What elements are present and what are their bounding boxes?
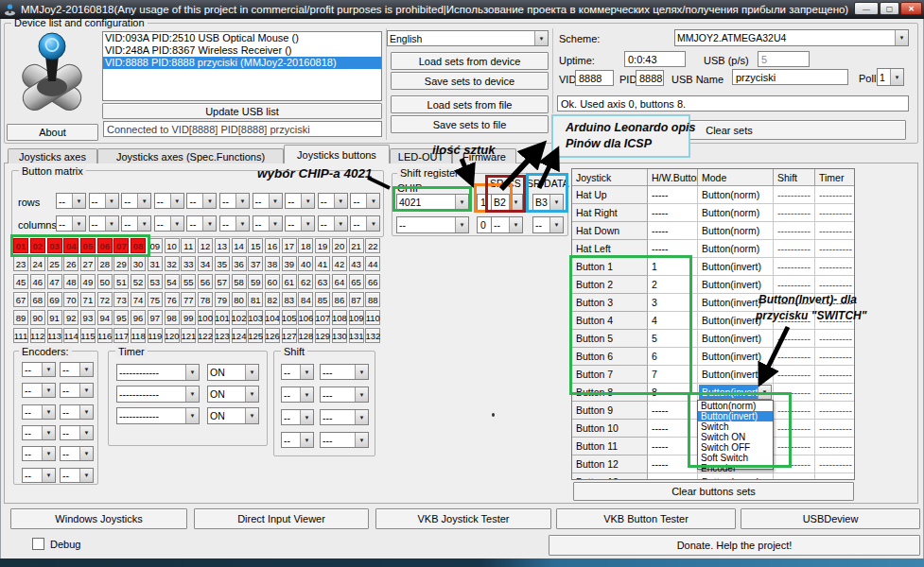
table-cell-hw[interactable]: 3	[648, 294, 698, 312]
grid-button-96[interactable]: 96	[131, 310, 146, 325]
dropdown-arrow-icon[interactable]: ▼	[549, 217, 563, 232]
maximize-button[interactable]: ▢	[880, 2, 899, 15]
debug-checkbox[interactable]	[32, 538, 44, 550]
table-cell-joystick[interactable]: Button 13	[572, 473, 648, 480]
dropdown-arrow-icon[interactable]: ▼	[245, 408, 258, 423]
grid-button-65[interactable]: 65	[349, 274, 364, 289]
matrix-columns-select[interactable]: --▼	[253, 215, 283, 232]
grid-button-104[interactable]: 104	[265, 310, 280, 325]
sr-cs-select[interactable]: --▼	[491, 216, 523, 233]
dropdown-arrow-icon[interactable]: ▼	[355, 433, 368, 447]
about-button[interactable]: About	[7, 124, 98, 141]
grid-button-2[interactable]: 02	[30, 238, 45, 253]
dropdown-arrow-icon[interactable]: ▼	[79, 469, 93, 482]
grid-button-44[interactable]: 44	[365, 256, 380, 271]
table-cell-timer[interactable]: ----------	[815, 402, 855, 420]
table-cell-timer[interactable]: ----------	[815, 330, 855, 348]
encoder-select-b[interactable]: --▼	[60, 362, 94, 377]
table-cell-hw[interactable]: 4	[648, 312, 698, 330]
table-cell-joystick[interactable]: Button 5	[572, 330, 648, 348]
grid-button-87[interactable]: 87	[349, 292, 364, 307]
table-cell-hw[interactable]: 1	[648, 258, 698, 276]
mode-option[interactable]: Switch OFF	[698, 442, 773, 453]
grid-button-79[interactable]: 79	[215, 292, 230, 307]
dropdown-arrow-icon[interactable]: ▼	[42, 426, 55, 439]
dropdown-arrow-icon[interactable]: ▼	[269, 194, 282, 208]
table-cell-joystick[interactable]: Hat Left	[572, 240, 648, 258]
grid-button-66[interactable]: 66	[365, 274, 380, 289]
shift-select-b[interactable]: ---▼	[320, 409, 369, 425]
sr-data-select[interactable]: --▼	[532, 216, 564, 233]
table-cell-shift[interactable]: ----------	[774, 402, 815, 420]
shift-select-a[interactable]: --▼	[281, 364, 314, 380]
table-cell-mode[interactable]: Button(norm)	[698, 222, 774, 240]
save-sets-to-file-button[interactable]: Save sets to file	[391, 115, 549, 133]
grid-button-113[interactable]: 113	[47, 328, 62, 343]
table-cell-hw[interactable]: -----	[648, 402, 698, 420]
grid-button-95[interactable]: 95	[113, 310, 129, 325]
table-cell-timer[interactable]: ----------	[815, 258, 855, 276]
matrix-columns-select[interactable]: --▼	[285, 215, 315, 232]
table-cell-shift[interactable]: ----------	[774, 258, 815, 276]
grid-button-33[interactable]: 33	[181, 256, 196, 271]
dropdown-arrow-icon[interactable]: ▼	[79, 426, 93, 439]
grid-button-54[interactable]: 54	[165, 274, 180, 289]
footer-button-direct-input-viewer[interactable]: Direct Input Viewer	[194, 508, 369, 529]
grid-button-115[interactable]: 115	[80, 328, 96, 343]
mode-select-open[interactable]: Button(invert)▼	[699, 385, 772, 400]
table-cell-joystick[interactable]: Button 7	[572, 366, 648, 384]
grid-button-128[interactable]: 128	[298, 328, 313, 343]
grid-button-25[interactable]: 25	[47, 256, 62, 271]
grid-button-56[interactable]: 56	[198, 274, 213, 289]
table-cell-hw[interactable]: -----	[648, 455, 698, 473]
table-cell-mode[interactable]: Button(norm)	[698, 186, 774, 204]
matrix-columns-select[interactable]: --▼	[121, 215, 151, 232]
matrix-rows-select[interactable]: --▼	[350, 193, 380, 209]
scheme-select[interactable]: MMJOY2.ATMEGA32U4▼	[674, 29, 909, 46]
table-cell-shift[interactable]: ----------	[774, 330, 815, 348]
dropdown-arrow-icon[interactable]: ▼	[300, 433, 313, 447]
dropdown-arrow-icon[interactable]: ▼	[235, 194, 249, 208]
grid-button-102[interactable]: 102	[232, 310, 247, 325]
dropdown-arrow-icon[interactable]: ▼	[105, 194, 118, 208]
dropdown-arrow-icon[interactable]: ▼	[42, 405, 55, 419]
grid-button-41[interactable]: 41	[315, 256, 330, 271]
table-cell-hw[interactable]: -----	[648, 204, 698, 222]
table-cell-hw[interactable]: -----	[648, 240, 698, 258]
grid-button-109[interactable]: 109	[349, 310, 364, 325]
table-cell-joystick[interactable]: Button 8	[572, 384, 648, 402]
tab-joysticks-buttons[interactable]: Joysticks buttons	[284, 145, 390, 163]
shift-select-b[interactable]: ---▼	[320, 364, 369, 380]
table-cell-timer[interactable]: ----------	[815, 420, 855, 438]
table-cell-hw[interactable]: 5	[648, 330, 698, 348]
dropdown-arrow-icon[interactable]: ▼	[42, 447, 55, 460]
matrix-columns-select[interactable]: --▼	[350, 215, 380, 232]
grid-button-91[interactable]: 91	[47, 310, 62, 325]
grid-button-34[interactable]: 34	[198, 256, 213, 271]
table-cell-joystick[interactable]: Button 10	[572, 420, 648, 438]
shift-select-b[interactable]: ---▼	[320, 432, 369, 448]
uptime-field[interactable]: 0:0:43	[624, 51, 686, 67]
grid-button-47[interactable]: 47	[47, 274, 62, 289]
mode-option[interactable]: Soft Switch	[698, 453, 773, 463]
update-usb-button[interactable]: Update USB list	[102, 103, 382, 119]
grid-button-84[interactable]: 84	[298, 292, 313, 307]
grid-button-86[interactable]: 86	[332, 292, 347, 307]
grid-button-126[interactable]: 126	[265, 328, 280, 343]
table-cell-joystick[interactable]: Hat Up	[572, 186, 648, 204]
load-sets-from-device-button[interactable]: Load sets from device	[391, 52, 549, 70]
table-cell-timer[interactable]: ----------	[815, 348, 855, 366]
usb-name-field[interactable]: przyciski	[732, 69, 848, 85]
grid-button-131[interactable]: 131	[349, 328, 364, 343]
dropdown-arrow-icon[interactable]: ▼	[509, 195, 522, 210]
grid-button-48[interactable]: 48	[63, 274, 78, 289]
dropdown-arrow-icon[interactable]: ▼	[334, 194, 347, 208]
grid-button-75[interactable]: 75	[148, 292, 163, 307]
matrix-rows-select[interactable]: --▼	[89, 193, 119, 209]
matrix-columns-select[interactable]: --▼	[186, 215, 217, 232]
footer-button-vkb-joystick-tester[interactable]: VKB Joystick Tester	[375, 508, 551, 529]
timer-mode-select[interactable]: ON▼	[207, 364, 259, 381]
device-list-item[interactable]: VID:8888 PID:8888 przyciski (MMJoy2-2016…	[103, 57, 381, 69]
grid-button-38[interactable]: 38	[265, 256, 280, 271]
table-cell-shift[interactable]: ----------	[774, 420, 815, 438]
